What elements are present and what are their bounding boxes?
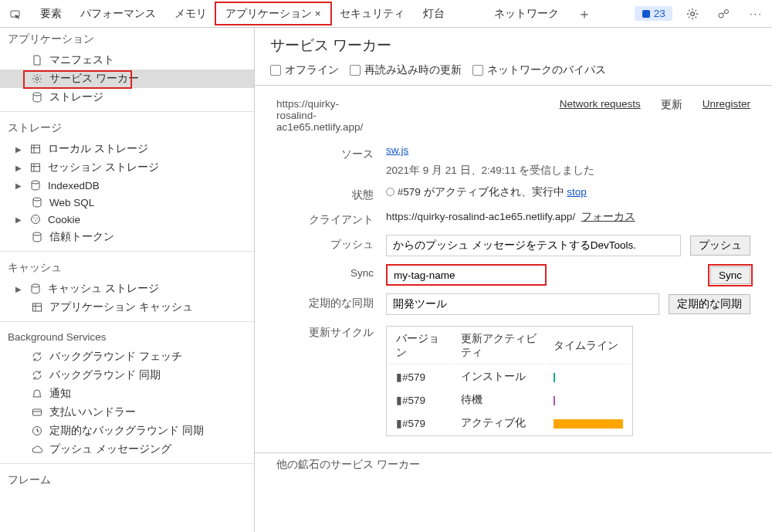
file-icon xyxy=(31,54,43,66)
sync-icon xyxy=(31,369,43,381)
periodic-button[interactable]: 定期的な同期 xyxy=(669,294,750,314)
svg-point-15 xyxy=(33,232,41,236)
svg-rect-8 xyxy=(32,164,40,171)
svg-point-4 xyxy=(724,9,728,13)
table-icon xyxy=(29,161,42,174)
sidebar-item-manifest[interactable]: マニフェスト xyxy=(0,51,254,69)
bypass-network-checkbox[interactable]: ネットワークのバイパス xyxy=(472,63,606,77)
received-text: 2021年 9 月 21 日、2:49:11 を受信しました xyxy=(386,164,750,178)
update-on-reload-checkbox[interactable]: 再読み込み時の更新 xyxy=(350,63,462,77)
table-icon xyxy=(29,143,42,155)
svg-point-10 xyxy=(33,198,41,201)
content-pane: サービス ワーカー オフライン 再読み込み時の更新 ネットワークのバイパス ht… xyxy=(255,28,772,532)
focus-link[interactable]: フォーカス xyxy=(581,211,635,222)
periodic-input[interactable] xyxy=(386,293,659,315)
tab-performance[interactable]: パフォーマンス xyxy=(71,0,165,27)
sidebar-item-notifications[interactable]: 通知 xyxy=(0,385,254,403)
source-label: ソース xyxy=(276,144,386,161)
sidebar-item-payment-handler[interactable]: 支払いハンドラー xyxy=(0,403,254,422)
bell-icon xyxy=(31,388,43,400)
sync-label: Sync xyxy=(276,264,386,279)
gear-icon[interactable] xyxy=(677,8,708,20)
database-icon xyxy=(31,196,43,208)
sync-button[interactable]: Sync xyxy=(710,266,750,284)
tab-lighthouse[interactable]: 灯台 xyxy=(414,0,454,27)
source-link[interactable]: sw.js xyxy=(386,144,408,156)
section-cache: キャッシュ xyxy=(0,256,254,280)
svg-point-16 xyxy=(32,284,39,287)
inspect-icon[interactable] xyxy=(0,0,31,27)
svg-point-14 xyxy=(35,220,36,222)
offline-checkbox[interactable]: オフライン xyxy=(270,63,339,77)
table-row: ▮#579待機 xyxy=(388,389,631,411)
unregister-link[interactable]: Unregister xyxy=(703,98,750,112)
tab-elements[interactable]: 要素 xyxy=(31,0,71,27)
gear-icon xyxy=(31,73,43,85)
issues-badge[interactable]: 23 xyxy=(635,6,672,21)
svg-rect-17 xyxy=(33,303,42,311)
periodic-label: 定期的な同期 xyxy=(276,293,386,310)
svg-rect-18 xyxy=(33,409,42,415)
sidebar-item-push-messaging[interactable]: プッシュ メッセージング xyxy=(0,440,254,459)
svg-point-12 xyxy=(33,217,35,219)
tab-security[interactable]: セキュリティ xyxy=(330,0,414,27)
options-row: オフライン 再読み込み時の更新 ネットワークのバイパス xyxy=(255,60,772,86)
section-storage: ストレージ xyxy=(0,117,254,140)
sidebar-item-cache-storage[interactable]: ▶キャッシュ ストレージ xyxy=(0,280,254,298)
svg-rect-7 xyxy=(32,145,40,153)
sidebar-item-websql[interactable]: Web SQL xyxy=(0,194,254,211)
section-background-services: Background Services xyxy=(0,327,254,347)
push-label: プッシュ xyxy=(276,235,386,252)
database-icon xyxy=(31,91,43,103)
clock-icon xyxy=(31,425,43,437)
sync-input[interactable] xyxy=(386,264,547,286)
database-icon xyxy=(29,179,42,191)
tab-network[interactable]: ネットワーク xyxy=(485,0,568,27)
svg-point-11 xyxy=(32,215,40,224)
sidebar-item-cookies[interactable]: ▶Cookie xyxy=(0,211,254,228)
sidebar-item-indexeddb[interactable]: ▶IndexedDB xyxy=(0,177,254,194)
sidebar-item-bg-sync[interactable]: バックグラウンド 同期 xyxy=(0,366,254,385)
svg-point-6 xyxy=(33,93,41,96)
client-label: クライアント xyxy=(276,210,386,227)
tab-application[interactable]: アプリケーション × xyxy=(216,0,330,27)
table-row: ▮#579インストール xyxy=(388,366,631,388)
sidebar-item-bg-fetch[interactable]: バックグラウンド フェッチ xyxy=(0,347,254,366)
push-button[interactable]: プッシュ xyxy=(690,236,750,256)
svg-point-2 xyxy=(690,12,694,15)
toolbar: 要素 パフォーマンス メモリ アプリケーション × セキュリティ 灯台 ネットワ… xyxy=(0,0,772,28)
client-url: https://quirky-rosalind-ac1e65.netlify.a… xyxy=(386,211,575,222)
sidebar-item-storage[interactable]: ストレージ xyxy=(0,88,254,107)
sidebar: アプリケーション マニフェスト サービス ワーカー ストレージ ストレージ ▶ロ… xyxy=(0,28,255,532)
activity-icon[interactable] xyxy=(708,8,740,19)
cookie-icon xyxy=(29,213,42,225)
sidebar-item-local-storage[interactable]: ▶ローカル ストレージ xyxy=(0,140,254,158)
tab-memory[interactable]: メモリ xyxy=(165,0,216,27)
table-row: ▮#579アクティブ化 xyxy=(388,412,631,434)
sidebar-item-periodic-sync[interactable]: 定期的なバックグラウンド 同期 xyxy=(0,422,254,440)
update-link[interactable]: 更新 xyxy=(661,98,682,112)
status-indicator-icon xyxy=(386,188,394,196)
section-frames: フレーム xyxy=(0,469,254,492)
status-label: 状態 xyxy=(276,185,386,202)
network-requests-link[interactable]: Network requests xyxy=(560,98,641,112)
more-icon[interactable]: ··· xyxy=(740,8,772,19)
sw-scope-url: https://quirky-rosalind-ac1e65.netlify.a… xyxy=(276,98,363,133)
svg-rect-1 xyxy=(642,10,650,18)
svg-point-13 xyxy=(36,218,38,219)
page-title: サービス ワーカー xyxy=(255,28,772,60)
sync-icon xyxy=(31,351,43,363)
sidebar-item-session-storage[interactable]: ▶セッション ストレージ xyxy=(0,158,254,177)
sidebar-item-service-workers[interactable]: サービス ワーカー xyxy=(0,69,254,88)
cloud-icon xyxy=(31,443,43,456)
other-sw-section: 他の鉱石のサービス ワーカー xyxy=(255,452,772,476)
stop-link[interactable]: stop xyxy=(567,186,587,198)
sidebar-item-trust-tokens[interactable]: 信頼トークン xyxy=(0,228,254,246)
svg-point-9 xyxy=(32,181,39,184)
status-text: #579 がアクティブ化され、実行中 xyxy=(398,186,564,198)
add-tab-icon[interactable]: ＋ xyxy=(568,0,601,27)
push-input[interactable] xyxy=(386,235,681,256)
update-cycle-table: バージョン更新アクティビティタイムライン ▮#579インストール ▮#579待機… xyxy=(386,326,633,436)
database-icon xyxy=(29,283,42,295)
sidebar-item-app-cache[interactable]: アプリケーション キャッシュ xyxy=(0,298,254,317)
